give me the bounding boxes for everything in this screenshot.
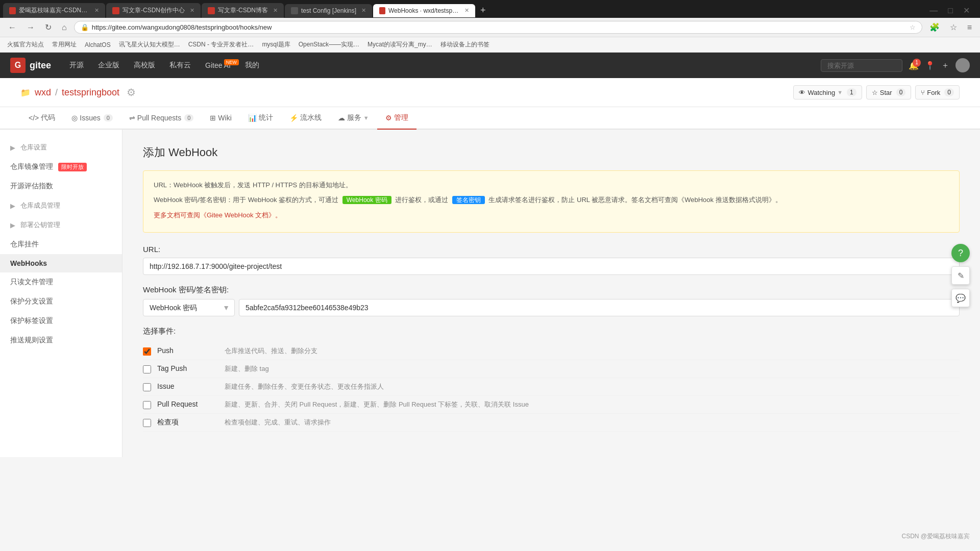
page-title: 添加 WebHook [143,145,960,160]
tab-title-3: 写文章-CSDN博客 [218,6,268,15]
nav-enterprise[interactable]: 企业版 [92,58,126,73]
sidebar-label-protect-branch: 保护分支设置 [10,297,53,306]
header-nav: 开源 企业版 高校版 私有云 Gitee AI NEW 我的 [63,58,265,73]
bookmark-csdn[interactable]: CSDN - 专业开发者社… [186,39,256,50]
tab-close-2[interactable]: ✕ [190,7,194,14]
minimize-button[interactable]: — [926,5,941,16]
bookmark-common[interactable]: 常用网址 [50,39,79,50]
event-checkbox-pullrequest[interactable] [143,401,151,409]
sidebar: ▶ 仓库设置 仓库镜像管理 限时开放 开源评估指数 ▶ 仓库成员管理 ▶ 部署公… [0,130,122,457]
bookmark-icon[interactable]: ☆ [910,23,916,31]
event-checkbox-checkitem[interactable] [143,419,151,427]
bookmark-alchat[interactable]: AlchatOS [83,40,113,49]
watching-button[interactable]: 👁 Watching ▼ 1 [793,85,862,99]
star-button[interactable]: ☆ Star 0 [866,85,912,99]
nav-giteeai[interactable]: Gitee AI NEW [199,58,237,72]
bookmark-star-button[interactable]: ☆ [947,21,960,33]
url-input[interactable] [143,258,960,275]
event-checkbox-tagpush[interactable] [143,365,151,373]
refresh-button[interactable]: ↻ [42,21,55,33]
sidebar-item-push-rules[interactable]: 推送规则设置 [0,331,122,350]
repo-name-link[interactable]: testspringboot [62,87,119,98]
nav-wiki[interactable]: ⊞ Wiki [202,108,239,129]
tab-close-3[interactable]: ✕ [273,7,278,14]
edit-float-button[interactable]: ✎ [951,266,970,285]
navigation-bar: ← → ↻ ⌂ 🔒 https://gitee.com/wangxudong08… [0,18,980,37]
new-tab-button[interactable]: + [476,3,490,18]
event-checkbox-push[interactable] [143,347,151,356]
tab-1[interactable]: 爱喝荔枝味嘉宾-CSDN博客 ✕ [3,3,105,18]
repo-owner-link[interactable]: wxd [35,87,51,98]
address-text: https://gitee.com/wangxudong0808/testspr… [92,23,906,31]
gitee-webhook-doc-link[interactable]: 更多文档可查阅《Gitee WebHook 文档》。 [154,211,282,219]
password-input[interactable] [239,299,960,316]
nav-stats[interactable]: 📊 统计 [240,107,281,130]
search-input[interactable] [821,59,902,72]
location-button[interactable]: 📍 [925,61,935,70]
nav-pullrequests[interactable]: ⇌ Pull Requests 0 [121,108,202,129]
nav-university[interactable]: 高校版 [128,58,161,73]
menu-button[interactable]: ≡ [964,22,975,33]
settings-icon[interactable]: ⚙ [127,86,136,98]
sign-key-badge: 签名密钥 [452,196,485,204]
tab-close-1[interactable]: ✕ [94,7,99,14]
home-button[interactable]: ⌂ [59,22,70,33]
nav-manage[interactable]: ⚙ 管理 [377,107,416,130]
user-avatar[interactable] [955,58,970,72]
float-help-panel: ? ✎ 💬 [951,244,970,307]
tab-close-4[interactable]: ✕ [361,7,366,14]
nav-issues[interactable]: ◎ Issues 0 [63,108,121,129]
fork-label: Fork [927,89,940,96]
sidebar-item-repo-settings[interactable]: ▶ 仓库设置 [0,138,122,157]
watching-dropdown-arrow[interactable]: ▼ [837,89,843,95]
bookmark-openstack[interactable]: OpenStack——实现… [297,39,361,50]
back-button[interactable]: ← [5,22,19,33]
bookmark-mobile[interactable]: 移动设备上的书签 [438,39,492,50]
help-button[interactable]: ? [951,244,970,262]
event-desc-checkitem: 检查项创建、完成、重试、请求操作 [225,418,960,427]
star-icon: ☆ [872,89,878,96]
comment-float-button[interactable]: 💬 [951,289,970,307]
nav-code[interactable]: </> 代码 [20,107,63,130]
tab-4[interactable]: test Config [Jenkins] ✕ [285,4,372,17]
nav-private[interactable]: 私有云 [163,58,197,73]
tab-3[interactable]: 写文章-CSDN博客 ✕ [202,3,284,18]
notification-button[interactable]: 🔔 1 [909,61,919,70]
sidebar-item-protect-branch[interactable]: 保护分支设置 [0,292,122,311]
bookmark-xunfei[interactable]: 讯飞星火认知大模型… [117,39,182,50]
sidebar-item-deploykeys[interactable]: ▶ 部署公钥管理 [0,215,122,235]
event-row-issue: Issue 新建任务、删除任务、变更任务状态、更改任务指派人 [143,378,960,396]
sidebar-item-widget[interactable]: 仓库挂件 [0,235,122,254]
sidebar-item-mirror[interactable]: 仓库镜像管理 限时开放 [0,157,122,177]
tab-favicon-2 [112,7,119,14]
close-window-button[interactable]: ✕ [960,5,973,16]
gitee-logo[interactable]: G gitee [10,58,51,73]
extensions-button[interactable]: 🧩 [926,21,943,33]
wiki-icon: ⊞ [210,114,216,122]
maximize-button[interactable]: □ [945,5,956,16]
sidebar-item-readonly[interactable]: 只读文件管理 [0,272,122,292]
bookmark-firefox[interactable]: 火狐官方站点 [5,39,46,50]
sidebar-item-webhooks[interactable]: WebHooks ➜ [0,254,122,272]
nav-mine[interactable]: 我的 [239,58,265,73]
issues-badge: 0 [104,114,113,121]
nav-opensource[interactable]: 开源 [63,58,90,73]
nav-pipeline[interactable]: ⚡ 流水线 [281,107,330,130]
fork-button[interactable]: ⑂ Fork 0 [915,85,960,99]
forward-button[interactable]: → [23,22,38,33]
sidebar-item-protect-tag[interactable]: 保护标签设置 [0,311,122,331]
add-button[interactable]: ＋ [941,60,949,71]
tab-close-5[interactable]: ✕ [464,7,469,14]
bookmark-mycat[interactable]: Mycat的读写分离_my… [365,39,434,50]
sidebar-item-members[interactable]: ▶ 仓库成员管理 [0,196,122,215]
sidebar-item-opensource[interactable]: 开源评估指数 [0,177,122,196]
tab-bar: 爱喝荔枝味嘉宾-CSDN博客 ✕ 写文章-CSDN创作中心 ✕ 写文章-CSDN… [0,0,980,18]
bookmark-mysql[interactable]: mysql题库 [260,39,292,50]
tab-5[interactable]: WebHooks · wxd/testspringb… ✕ [373,4,475,17]
password-type-select[interactable]: WebHook 密码 签名密钥 [143,299,235,316]
tab-2[interactable]: 写文章-CSDN创作中心 ✕ [106,3,201,18]
address-bar[interactable]: 🔒 https://gitee.com/wangxudong0808/tests… [74,21,922,34]
event-checkbox-issue[interactable] [143,383,151,391]
event-desc-pullrequest: 新建、更新、合并、关闭 Pull Request，新建、更新、删除 Pull R… [225,400,960,409]
nav-services[interactable]: ☁ 服务 ▼ [330,107,377,130]
